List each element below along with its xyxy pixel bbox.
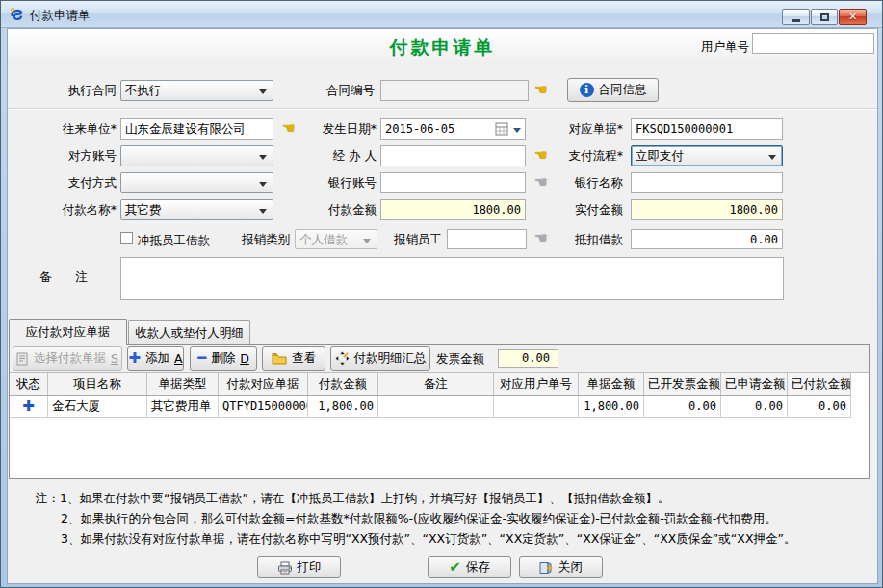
- minimize-icon: [792, 19, 800, 22]
- chevron-down-icon: [259, 209, 267, 214]
- pay-name-select[interactable]: 其它费: [120, 199, 273, 220]
- column-header-paid[interactable]: 已付款金额: [788, 373, 851, 396]
- column-header-doc-amount[interactable]: 单据金额: [579, 373, 644, 396]
- note-line-2: 2、如果执行的分包合同，那么可付款金额=付款基数*付款限额%-(应收履约保证金-…: [36, 508, 871, 528]
- footnotes: 注：1、如果在付款中要“报销员工借款”，请在【冲抵员工借款】上打钩，并填写好【报…: [36, 488, 871, 549]
- column-header-applied[interactable]: 已申请金额: [721, 373, 788, 396]
- exec-contract-value: 不执行: [125, 83, 162, 97]
- chevron-down-icon: [259, 89, 267, 94]
- pay-flow-select[interactable]: 立即支付: [631, 145, 783, 166]
- column-header-project[interactable]: 项目名称: [48, 373, 147, 396]
- cell-user-doc-no: [494, 396, 579, 418]
- payment-request-window: 付款申请单 ✕ 付款申请单 用户单号 执行合同 不执行 合同编号 ☚ i 合同信…: [0, 0, 883, 588]
- column-header-pay-doc[interactable]: 付款对应单据: [219, 373, 308, 396]
- handler-input[interactable]: [380, 145, 526, 166]
- close-form-label: 关闭: [558, 559, 583, 575]
- chevron-down-icon: [768, 155, 776, 160]
- pay-amount-label: 付款金额: [292, 199, 377, 220]
- tab-payee-detail-label: 收款人或垫付人明细: [135, 325, 244, 342]
- close-form-button[interactable]: 关闭: [519, 556, 603, 578]
- counterparty-label: 往来单位*: [30, 118, 117, 140]
- note-line-1: 注：1、如果在付款中要“报销员工借款”，请在【冲抵员工借款】上打钩，并填写好【报…: [36, 488, 871, 508]
- minimize-button[interactable]: [782, 9, 810, 25]
- summary-label: 付款明细汇总: [354, 350, 427, 367]
- maximize-icon: [820, 13, 829, 21]
- handler-label: 经 办 人: [292, 145, 377, 166]
- column-header-invoiced[interactable]: 已开发票金额: [644, 373, 721, 396]
- expense-employee-input[interactable]: [447, 229, 527, 249]
- pay-method-select[interactable]: [120, 172, 273, 193]
- cell-invoiced-amount: 0.00: [644, 396, 721, 418]
- close-button[interactable]: ✕: [839, 9, 867, 25]
- deduct-loan-label: 抵扣借款: [538, 229, 623, 250]
- date-input[interactable]: 2015-06-05: [380, 118, 526, 140]
- offset-loan-checkbox[interactable]: [120, 232, 133, 244]
- save-button[interactable]: ✔ 保存: [428, 556, 511, 578]
- pay-amount-input[interactable]: 1800.00: [380, 199, 526, 220]
- add-button[interactable]: ✚ 添加A: [127, 346, 184, 371]
- contract-no-input[interactable]: [380, 80, 529, 101]
- save-label: 保存: [466, 559, 490, 575]
- expense-type-value: 个人借款: [299, 232, 348, 246]
- invoice-amount-label: 发票金额: [436, 349, 484, 369]
- expense-employee-label: 报销员工: [384, 229, 442, 250]
- note-line-3: 3、如果付款没有对应付款单据，请在付款名称中写明“XX预付款”、“XX订货款”、…: [36, 528, 871, 549]
- tab-payable-docs[interactable]: 应付款对应单据: [9, 319, 127, 345]
- calendar-icon[interactable]: [495, 122, 508, 136]
- delete-key: D: [240, 351, 249, 366]
- pay-detail-summary-button[interactable]: 付款明细汇总: [330, 346, 430, 371]
- date-label: 发生日期*: [292, 118, 377, 140]
- counter-account-select[interactable]: [120, 145, 273, 166]
- print-button[interactable]: 打印: [257, 556, 341, 578]
- pay-name-value: 其它费: [125, 202, 162, 217]
- delete-text: 删除: [211, 350, 235, 367]
- actual-amount-input[interactable]: 1800.00: [631, 199, 783, 220]
- column-header-doc-type[interactable]: 单据类型: [147, 373, 219, 396]
- view-label: 查看: [292, 350, 316, 367]
- invoice-amount-input[interactable]: 0.00: [498, 349, 558, 368]
- cell-pay-amount: 1,800.00: [308, 396, 378, 418]
- row-expand-plus-icon[interactable]: ✚: [10, 396, 48, 418]
- bank-name-input[interactable]: [631, 172, 783, 193]
- cell-remark: [378, 396, 494, 418]
- contract-info-label: 合同信息: [599, 82, 647, 98]
- column-header-pay-amount[interactable]: 付款金额: [308, 373, 378, 396]
- counterparty-input[interactable]: 山东金辰建设有限公司: [120, 118, 273, 140]
- payable-docs-table: 状态 项目名称 单据类型 付款对应单据 付款金额 备注 对应用户单号 单据金额 …: [10, 372, 869, 478]
- remark-label: 备 注: [39, 267, 117, 288]
- column-header-user-doc[interactable]: 对应用户单号: [494, 373, 579, 396]
- plus-icon: ✚: [128, 351, 141, 366]
- cell-project-name: 金石大厦: [48, 396, 147, 418]
- user-doc-input[interactable]: [752, 33, 874, 54]
- info-icon: i: [580, 83, 594, 97]
- delete-button[interactable]: ━ 删除D: [190, 346, 257, 371]
- close-icon: ✕: [848, 10, 857, 24]
- cell-applied-amount: 0.00: [721, 396, 788, 418]
- maximize-button[interactable]: [811, 9, 838, 25]
- contract-no-label: 合同编号: [290, 80, 375, 101]
- column-header-status[interactable]: 状态: [10, 373, 48, 396]
- table-header-row: 状态 项目名称 单据类型 付款对应单据 付款金额 备注 对应用户单号 单据金额 …: [10, 373, 869, 396]
- summary-arrows-icon: [335, 351, 350, 366]
- bank-account-label: 银行账号: [292, 172, 377, 193]
- remark-textarea[interactable]: [120, 257, 784, 300]
- table-row[interactable]: ✚ 金石大厦 其它费用单 QTFYD150000002 1,800.00 1,8…: [10, 396, 869, 418]
- bank-account-input[interactable]: [380, 172, 526, 193]
- doc-no-input[interactable]: FKSQD150000001: [631, 118, 783, 140]
- hand-picker-icon[interactable]: ☚: [534, 83, 547, 97]
- exec-contract-select[interactable]: 不执行: [120, 80, 273, 101]
- tab-payee-detail[interactable]: 收款人或垫付人明细: [128, 320, 250, 345]
- printer-icon: [277, 561, 293, 575]
- chevron-down-icon: [259, 155, 267, 160]
- user-doc-label: 用户单号: [701, 37, 749, 58]
- cell-doc-amount: 1,800.00: [579, 396, 644, 418]
- chevron-down-icon[interactable]: [513, 128, 521, 133]
- column-header-remark[interactable]: 备注: [378, 373, 494, 396]
- chevron-down-icon: [259, 182, 267, 187]
- pay-flow-label: 支付流程*: [538, 145, 623, 166]
- contract-info-button[interactable]: i 合同信息: [567, 78, 659, 102]
- deduct-loan-input[interactable]: 0.00: [631, 229, 783, 249]
- bank-name-label: 银行名称: [538, 172, 623, 193]
- view-button[interactable]: 查看: [262, 346, 325, 371]
- add-key: A: [174, 351, 183, 366]
